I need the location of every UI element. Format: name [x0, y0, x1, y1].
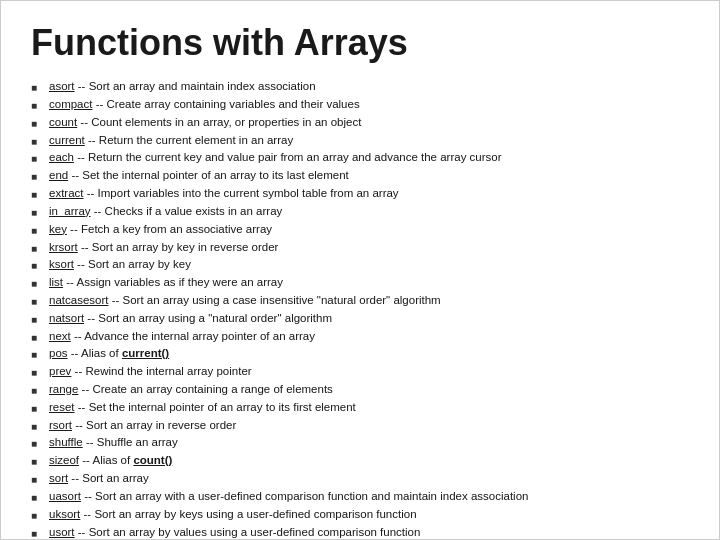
item-text: next -- Advance the internal array point…: [49, 328, 689, 346]
function-link[interactable]: compact: [49, 98, 92, 110]
item-text: count -- Count elements in an array, or …: [49, 114, 689, 132]
list-item: ■natsort -- Sort an array using a "natur…: [31, 310, 689, 328]
bullet-icon: ■: [31, 116, 41, 132]
list-item: ■reset -- Set the internal pointer of an…: [31, 399, 689, 417]
bullet-icon: ■: [31, 365, 41, 381]
list-item: ■count -- Count elements in an array, or…: [31, 114, 689, 132]
bullet-icon: ■: [31, 401, 41, 417]
bullet-icon: ■: [31, 80, 41, 96]
alias-link[interactable]: current(): [122, 347, 169, 359]
item-text: in_array -- Checks if a value exists in …: [49, 203, 689, 221]
list-item: ■each -- Return the current key and valu…: [31, 149, 689, 167]
function-link[interactable]: reset: [49, 401, 75, 413]
item-text: each -- Return the current key and value…: [49, 149, 689, 167]
bullet-icon: ■: [31, 383, 41, 399]
list-item: ■prev -- Rewind the internal array point…: [31, 363, 689, 381]
list-item: ■usort -- Sort an array by values using …: [31, 524, 689, 541]
item-text: uksort -- Sort an array by keys using a …: [49, 506, 689, 524]
bullet-icon: ■: [31, 258, 41, 274]
function-link[interactable]: in_array: [49, 205, 91, 217]
bullet-icon: ■: [31, 436, 41, 452]
function-link[interactable]: extract: [49, 187, 84, 199]
item-text: rsort -- Sort an array in reverse order: [49, 417, 689, 435]
item-text: reset -- Set the internal pointer of an …: [49, 399, 689, 417]
function-link[interactable]: shuffle: [49, 436, 83, 448]
bullet-icon: ■: [31, 241, 41, 257]
list-item: ■in_array -- Checks if a value exists in…: [31, 203, 689, 221]
list-item: ■sort -- Sort an array: [31, 470, 689, 488]
list-item: ■shuffle -- Shuffle an array: [31, 434, 689, 452]
content-area: ■asort -- Sort an array and maintain ind…: [31, 78, 689, 540]
item-text: key -- Fetch a key from an associative a…: [49, 221, 689, 239]
item-text: asort -- Sort an array and maintain inde…: [49, 78, 689, 96]
bullet-icon: ■: [31, 187, 41, 203]
function-link[interactable]: next: [49, 330, 71, 342]
list-item: ■key -- Fetch a key from an associative …: [31, 221, 689, 239]
function-link[interactable]: ksort: [49, 258, 74, 270]
function-link[interactable]: pos: [49, 347, 68, 359]
bullet-icon: ■: [31, 330, 41, 346]
function-link[interactable]: rsort: [49, 419, 72, 431]
item-text: uasort -- Sort an array with a user-defi…: [49, 488, 689, 506]
function-link[interactable]: natsort: [49, 312, 84, 324]
bullet-icon: ■: [31, 419, 41, 435]
function-link[interactable]: key: [49, 223, 67, 235]
list-item: ■extract -- Import variables into the cu…: [31, 185, 689, 203]
item-text: sizeof -- Alias of count(): [49, 452, 689, 470]
bullet-icon: ■: [31, 347, 41, 363]
bullet-icon: ■: [31, 472, 41, 488]
item-text: shuffle -- Shuffle an array: [49, 434, 689, 452]
item-text: krsort -- Sort an array by key in revers…: [49, 239, 689, 257]
function-link[interactable]: natcasesort: [49, 294, 108, 306]
list-item: ■uasort -- Sort an array with a user-def…: [31, 488, 689, 506]
function-link[interactable]: sizeof: [49, 454, 79, 466]
bullet-icon: ■: [31, 508, 41, 524]
bullet-icon: ■: [31, 490, 41, 506]
item-text: pos -- Alias of current(): [49, 345, 689, 363]
bullet-icon: ■: [31, 223, 41, 239]
bullet-icon: ■: [31, 205, 41, 221]
bullet-icon: ■: [31, 454, 41, 470]
item-text: current -- Return the current element in…: [49, 132, 689, 150]
item-text: compact -- Create array containing varia…: [49, 96, 689, 114]
function-link[interactable]: prev: [49, 365, 71, 377]
bullet-icon: ■: [31, 134, 41, 150]
function-link[interactable]: asort: [49, 80, 75, 92]
slide: Functions with Arrays ■asort -- Sort an …: [0, 0, 720, 540]
list-item: ■asort -- Sort an array and maintain ind…: [31, 78, 689, 96]
function-link[interactable]: current: [49, 134, 85, 146]
item-text: natcasesort -- Sort an array using a cas…: [49, 292, 689, 310]
item-text: prev -- Rewind the internal array pointe…: [49, 363, 689, 381]
list-item: ■compact -- Create array containing vari…: [31, 96, 689, 114]
list-item: ■list -- Assign variables as if they wer…: [31, 274, 689, 292]
alias-link[interactable]: count(): [133, 454, 172, 466]
list-item: ■end -- Set the internal pointer of an a…: [31, 167, 689, 185]
bullet-icon: ■: [31, 312, 41, 328]
function-link[interactable]: usort: [49, 526, 75, 538]
list-item: ■range -- Create an array containing a r…: [31, 381, 689, 399]
list-item: ■current -- Return the current element i…: [31, 132, 689, 150]
function-link[interactable]: list: [49, 276, 63, 288]
item-text: ksort -- Sort an array by key: [49, 256, 689, 274]
function-link[interactable]: end: [49, 169, 68, 181]
item-text: usort -- Sort an array by values using a…: [49, 524, 689, 541]
list-item: ■krsort -- Sort an array by key in rever…: [31, 239, 689, 257]
function-link[interactable]: uksort: [49, 508, 80, 520]
list-item: ■uksort -- Sort an array by keys using a…: [31, 506, 689, 524]
bullet-icon: ■: [31, 294, 41, 310]
function-link[interactable]: count: [49, 116, 77, 128]
list-item: ■rsort -- Sort an array in reverse order: [31, 417, 689, 435]
item-text: extract -- Import variables into the cur…: [49, 185, 689, 203]
function-link[interactable]: uasort: [49, 490, 81, 502]
function-link[interactable]: sort: [49, 472, 68, 484]
slide-title: Functions with Arrays: [31, 21, 689, 64]
list-item: ■next -- Advance the internal array poin…: [31, 328, 689, 346]
function-link[interactable]: range: [49, 383, 78, 395]
bullet-icon: ■: [31, 276, 41, 292]
item-text: sort -- Sort an array: [49, 470, 689, 488]
function-link[interactable]: each: [49, 151, 74, 163]
function-link[interactable]: krsort: [49, 241, 78, 253]
bullet-icon: ■: [31, 526, 41, 541]
list-item: ■sizeof -- Alias of count(): [31, 452, 689, 470]
list-item: ■natcasesort -- Sort an array using a ca…: [31, 292, 689, 310]
